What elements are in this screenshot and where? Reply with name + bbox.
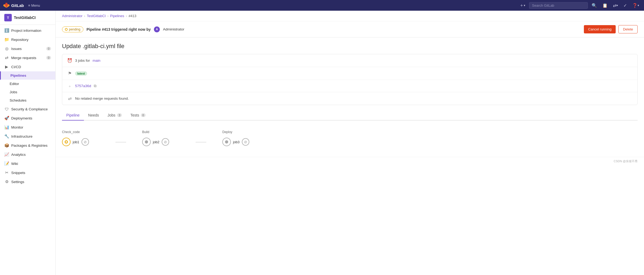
sidebar-item-security-compliance[interactable]: 🛡 Security & Compliance bbox=[0, 104, 55, 114]
help-chevron-icon: ▾ bbox=[638, 4, 639, 7]
issues-badge: 0 bbox=[46, 47, 51, 51]
sidebar-label-infrastructure: Infrastructure bbox=[11, 134, 33, 138]
job3-status-icon[interactable] bbox=[222, 138, 231, 146]
cancel-running-button[interactable]: Cancel running bbox=[584, 25, 616, 33]
job2-status-icon[interactable] bbox=[142, 138, 151, 146]
search-button[interactable]: 🔍 bbox=[590, 2, 599, 9]
latest-badge: latest bbox=[75, 71, 87, 76]
stage-connector-1 bbox=[115, 130, 126, 142]
breadcrumb-pipelines[interactable]: Pipelines bbox=[110, 14, 124, 18]
sidebar-item-cicd[interactable]: ▶ CI/CD bbox=[0, 62, 55, 71]
tab-jobs[interactable]: Jobs 3 bbox=[103, 110, 126, 121]
sidebar-item-snippets[interactable]: ✂ Snippets bbox=[0, 168, 55, 177]
project-initial: T bbox=[7, 16, 9, 20]
sidebar-item-jobs[interactable]: Jobs bbox=[0, 88, 55, 96]
job1-status-icon[interactable] bbox=[62, 138, 71, 146]
pipeline-status-badge: pending bbox=[62, 26, 83, 32]
meta-row-latest: ⚑ latest bbox=[62, 67, 637, 80]
project-avatar: T bbox=[4, 14, 12, 21]
no-merge-text: No related merge requests found. bbox=[75, 96, 129, 100]
sidebar-label-security: Security & Compliance bbox=[11, 107, 48, 111]
sidebar-item-monitor[interactable]: 📊 Monitor bbox=[0, 123, 55, 132]
menu-label: Menu bbox=[31, 3, 40, 7]
connector-line-1 bbox=[115, 142, 126, 142]
meta-row-merge-requests: ⇄ No related merge requests found. bbox=[62, 92, 637, 105]
tab-tests[interactable]: Tests 0 bbox=[126, 110, 150, 121]
packages-icon: 📦 bbox=[4, 143, 9, 148]
sidebar-item-deployments[interactable]: 🚀 Deployments bbox=[0, 114, 55, 123]
sidebar-item-editor[interactable]: Editor bbox=[0, 80, 55, 88]
sidebar-item-merge-requests[interactable]: ⇄ Merge requests 0 bbox=[0, 53, 55, 62]
job-row-job2: job2 ⊘ bbox=[142, 138, 180, 146]
pipeline-commit-title: Update .gitlab-ci.yml file bbox=[62, 37, 638, 54]
sidebar-label-project-information: Project information bbox=[11, 29, 41, 33]
job1-skip-icon[interactable]: ⊘ bbox=[82, 138, 89, 146]
job3-skip-icon[interactable]: ⊘ bbox=[242, 138, 249, 146]
triggered-by-avatar: A bbox=[154, 26, 160, 32]
infrastructure-icon: 🔧 bbox=[4, 134, 9, 139]
main-content: Administrator › TestGitlabCI › Pipelines… bbox=[56, 11, 644, 275]
pipeline-header: pending Pipeline #413 triggered right no… bbox=[56, 21, 644, 37]
todo-icon: 📋 bbox=[602, 3, 608, 8]
watermark-text: CSDN @东坡不秀 bbox=[614, 160, 638, 163]
issues-icon: ◎ bbox=[4, 46, 9, 51]
info-icon: ℹ️ bbox=[4, 28, 9, 33]
delete-button[interactable]: Delete bbox=[618, 25, 638, 33]
help-button[interactable]: ❓ ▾ bbox=[631, 2, 641, 9]
gitlab-logo[interactable]: GitLab bbox=[3, 2, 24, 9]
sidebar: T TestGitlabCI ℹ️ Project information 📁 … bbox=[0, 11, 56, 275]
menu-button[interactable]: ≡ Menu bbox=[26, 2, 42, 9]
sidebar-label-pipelines: Pipelines bbox=[10, 73, 26, 78]
project-name: TestGitlabCI bbox=[14, 16, 36, 20]
jobs-count-text: 3 jobs for bbox=[75, 59, 90, 63]
flag-icon: ⚑ bbox=[67, 71, 72, 76]
help-icon: ❓ bbox=[632, 3, 638, 8]
sidebar-item-repository[interactable]: 📁 Repository bbox=[0, 35, 55, 44]
brand-label: GitLab bbox=[11, 3, 24, 8]
todo-button[interactable]: 📋 bbox=[601, 2, 609, 9]
sidebar-label-cicd: CI/CD bbox=[11, 65, 21, 69]
notifications-button[interactable]: ✓ bbox=[622, 2, 629, 9]
tab-pipeline[interactable]: Pipeline bbox=[62, 110, 84, 121]
tab-needs[interactable]: Needs bbox=[84, 110, 103, 121]
sidebar-label-monitor: Monitor bbox=[11, 125, 23, 129]
sidebar-item-packages-registries[interactable]: 📦 Packages & Registries bbox=[0, 141, 55, 150]
search-input[interactable] bbox=[529, 2, 588, 9]
clock-icon: ⏰ bbox=[67, 58, 72, 63]
sidebar-label-snippets: Snippets bbox=[11, 171, 25, 175]
sidebar-label-repository: Repository bbox=[11, 38, 29, 42]
sidebar-item-infrastructure[interactable]: 🔧 Infrastructure bbox=[0, 132, 55, 141]
job2-status-inner bbox=[145, 140, 148, 144]
copy-icon[interactable]: ⧉ bbox=[94, 84, 96, 88]
pipeline-meta-card: ⏰ 3 jobs for main ⚑ latest ⬦ 5757a36d ⧉ bbox=[62, 54, 638, 105]
sidebar-item-analytics[interactable]: 📈 Analytics bbox=[0, 150, 55, 159]
stage-label-deploy: Deploy bbox=[222, 130, 260, 134]
commit-sha-link[interactable]: 5757a36d bbox=[75, 84, 91, 88]
sidebar-item-settings[interactable]: ⚙ Settings bbox=[0, 177, 55, 186]
sidebar-item-pipelines[interactable]: Pipelines bbox=[0, 71, 55, 80]
breadcrumb-administrator[interactable]: Administrator bbox=[62, 14, 83, 18]
breadcrumb-project[interactable]: TestGitlabCI bbox=[87, 14, 106, 18]
sidebar-item-project-information[interactable]: ℹ️ Project information bbox=[0, 26, 55, 35]
branch-link[interactable]: main bbox=[93, 59, 100, 63]
sidebar-item-issues[interactable]: ◎ Issues 0 bbox=[0, 44, 55, 53]
sidebar-label-packages: Packages & Registries bbox=[11, 144, 48, 148]
pipeline-content: Update .gitlab-ci.yml file ⏰ 3 jobs for … bbox=[56, 37, 644, 157]
job2-skip-icon[interactable]: ⊘ bbox=[162, 138, 169, 146]
merge-requests-icon: ⇄ bbox=[4, 55, 9, 60]
status-text: pending bbox=[69, 28, 80, 31]
stage-label-build: Build bbox=[142, 130, 180, 134]
settings-icon: ⚙ bbox=[4, 179, 9, 184]
pipeline-trigger-text: Pipeline #413 triggered right now by bbox=[87, 27, 151, 32]
sidebar-label-deployments: Deployments bbox=[11, 116, 32, 120]
sidebar-item-schedules[interactable]: Schedules bbox=[0, 96, 55, 104]
plus-button[interactable]: ＋ ▾ bbox=[518, 2, 527, 9]
merge-request-button[interactable]: ⇄ ▾ bbox=[611, 2, 620, 9]
breadcrumb-sep-3: › bbox=[126, 14, 127, 18]
job3-name: job3 bbox=[233, 140, 240, 144]
stage-connector-2 bbox=[196, 130, 206, 142]
sidebar-item-wiki[interactable]: 📝 Wiki bbox=[0, 159, 55, 168]
sidebar-label-schedules: Schedules bbox=[10, 98, 26, 102]
wiki-icon: 📝 bbox=[4, 161, 9, 166]
job2-name: job2 bbox=[153, 140, 160, 144]
